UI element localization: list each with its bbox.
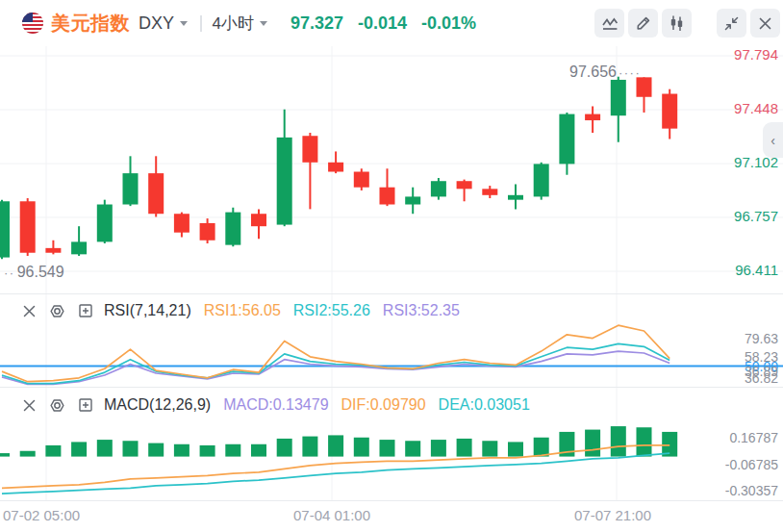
- macd-histogram-bar: [71, 442, 87, 456]
- macd-histogram-bar: [354, 438, 369, 457]
- candle-body: [225, 213, 240, 245]
- macd-histogram-bar: [45, 445, 61, 457]
- macd-histogram-bar: [534, 438, 549, 457]
- timeframe-dropdown-caret-icon[interactable]: [260, 21, 267, 26]
- candle-body: [482, 189, 497, 194]
- timeframe-selector[interactable]: 4小时: [213, 13, 254, 35]
- candle-body: [123, 173, 139, 204]
- us-flag-icon: [22, 13, 43, 34]
- macd-histogram-bar: [251, 444, 266, 457]
- time-axis-label: 07-04 01:00: [293, 507, 370, 523]
- rsi-line-rsi3: [2, 351, 669, 384]
- candle-body: [200, 223, 215, 241]
- gear-icon: [49, 397, 65, 414]
- rsi-remove-button[interactable]: [22, 304, 37, 318]
- rsi2-value: RSI2:55.26: [293, 302, 370, 319]
- candle-body: [251, 214, 266, 226]
- macd-histogram-bar: [328, 435, 343, 456]
- chart-toolbar: [594, 9, 780, 38]
- macd-settings-button[interactable]: [49, 397, 65, 414]
- candle-body: [97, 205, 113, 242]
- candle-body: [174, 214, 189, 232]
- candle-body: [559, 114, 574, 165]
- candle-body: [277, 138, 292, 225]
- draw-button[interactable]: [628, 9, 658, 38]
- candle-body: [20, 201, 36, 252]
- candle-style-button[interactable]: [662, 9, 692, 38]
- candle-body: [662, 94, 677, 129]
- quote-block: 97.327 -0.014 -0.01%: [290, 13, 476, 34]
- macd-value: MACD:0.13479: [223, 396, 328, 414]
- candle-body: [611, 80, 626, 115]
- dea-value: DEA:0.03051: [439, 396, 530, 414]
- trading-chart-window: 美元指数 DXY 4小时 97.327 -0.014 -0.01%: [0, 0, 783, 532]
- high-leader-dots: ····: [619, 65, 641, 80]
- plus-square-icon: [78, 303, 93, 318]
- dea-line: [2, 453, 669, 494]
- macd-histogram-bar: [637, 427, 652, 456]
- macd-histogram-bar: [225, 444, 240, 457]
- rsi1-value: RSI1:56.05: [204, 302, 281, 319]
- time-axis-divider: [0, 500, 783, 501]
- macd-histogram-bar: [457, 439, 472, 457]
- candle-body: [431, 181, 446, 196]
- macd-histogram-bar: [302, 437, 317, 457]
- price-change: -0.014: [358, 13, 407, 34]
- candle-body: [302, 136, 317, 163]
- collapse-chart-button[interactable]: [717, 9, 746, 38]
- close-icon: [22, 304, 37, 318]
- close-chart-button[interactable]: [750, 9, 780, 38]
- plus-square-icon: [78, 397, 93, 413]
- rsi-header: RSI(7,14,21) RSI1:56.05 RSI2:55.26 RSI3:…: [0, 298, 460, 323]
- candle-body: [0, 201, 10, 257]
- macd-histogram-bar: [0, 453, 10, 456]
- macd-histogram-bar: [174, 444, 189, 457]
- candle-body: [534, 164, 549, 196]
- chart-header: 美元指数 DXY 4小时 97.327 -0.014 -0.01%: [0, 0, 783, 46]
- candle-body: [457, 181, 472, 189]
- candle-body: [328, 163, 343, 172]
- macd-remove-button[interactable]: [22, 398, 37, 413]
- price-change-percent: -0.01%: [421, 13, 476, 34]
- candle-body: [45, 248, 61, 253]
- rsi-pane-divider: [0, 293, 783, 294]
- macd-histogram-bar: [585, 430, 600, 457]
- rsi-settings-button[interactable]: [49, 303, 65, 319]
- macd-histogram-bar: [148, 443, 164, 457]
- macd-histogram-bar: [97, 440, 113, 456]
- macd-add-button[interactable]: [78, 397, 93, 413]
- high-price-value: 97.656: [569, 63, 617, 81]
- macd-histogram-bar: [482, 441, 497, 456]
- header-separator: [200, 15, 202, 32]
- candle-body: [380, 188, 395, 205]
- time-axis-label: 07-02 05:00: [3, 507, 80, 523]
- macd-histogram-bar: [431, 440, 446, 456]
- macd-histogram-bar: [200, 445, 215, 457]
- rsi-title: RSI(7,14,21): [104, 302, 191, 319]
- collapse-price-axis-button[interactable]: ‹: [763, 122, 783, 158]
- macd-pane-divider: [0, 387, 783, 388]
- high-price-label: 97.656 ····: [569, 63, 643, 81]
- symbol-dropdown-caret-icon[interactable]: [180, 21, 188, 26]
- gear-icon: [49, 303, 65, 319]
- macd-histogram-bar: [380, 440, 395, 456]
- candle-body: [71, 241, 87, 254]
- candlestick-pane[interactable]: [0, 46, 783, 294]
- symbol-name: 美元指数: [51, 11, 130, 37]
- low-price-value: 96.549: [17, 264, 64, 281]
- collapse-arrows-icon: [723, 15, 740, 32]
- candle-body: [508, 195, 523, 200]
- symbol-code[interactable]: DXY: [139, 13, 174, 34]
- macd-histogram-bar: [611, 426, 626, 456]
- candle-body: [405, 196, 420, 204]
- macd-title: MACD(12,26,9): [104, 396, 211, 414]
- line-chart-button[interactable]: [594, 9, 624, 38]
- last-price: 97.327: [290, 13, 343, 34]
- candle-body: [148, 173, 164, 214]
- low-leader-dots: ··: [4, 266, 15, 280]
- candle-body: [354, 172, 369, 188]
- low-price-label: ·· 96.549: [2, 264, 64, 281]
- rsi-add-button[interactable]: [78, 303, 93, 318]
- candle-body: [585, 114, 600, 120]
- macd-histogram-bar: [405, 441, 420, 456]
